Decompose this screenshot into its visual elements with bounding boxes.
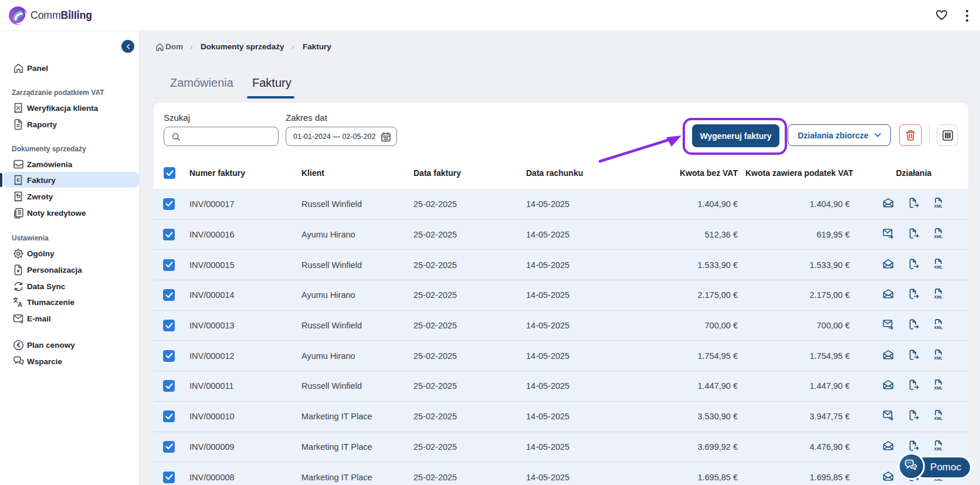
svg-text:XML: XML — [934, 264, 944, 269]
svg-text:XML: XML — [934, 235, 944, 239]
svg-text:XML: XML — [934, 386, 944, 390]
svg-text:XML: XML — [934, 325, 944, 330]
svg-text:XML: XML — [934, 416, 944, 420]
svg-text:XML: XML — [934, 355, 944, 359]
svg-text:XML: XML — [934, 447, 944, 451]
svg-text:€: € — [17, 341, 21, 348]
svg-text:XML: XML — [934, 204, 944, 208]
svg-text:XML: XML — [934, 295, 944, 299]
svg-text:€: € — [16, 176, 20, 182]
svg-text:A: A — [18, 301, 22, 308]
